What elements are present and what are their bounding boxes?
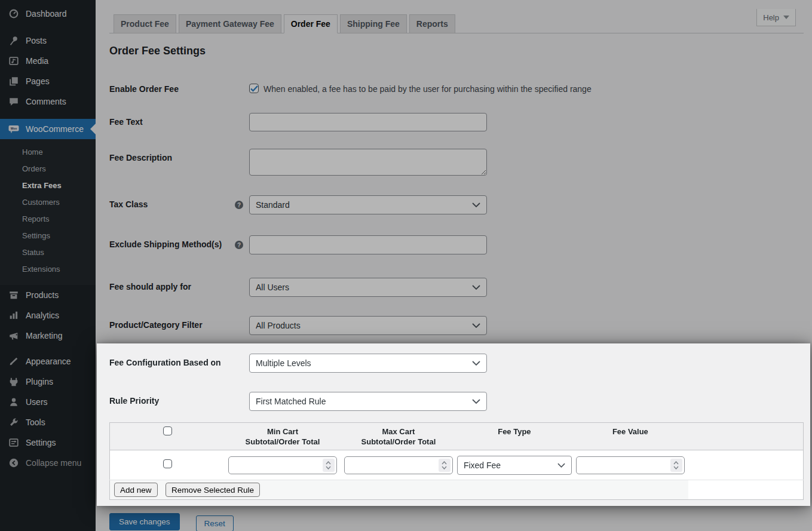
form-row-fee-configuration: Fee Configuration Based on Multiple Leve… (109, 354, 804, 373)
column-header-max: Max Cart Subtotal/Order Total (341, 423, 456, 450)
chevron-up-icon (326, 461, 331, 465)
fee-type-select[interactable]: Fixed Fee (457, 456, 572, 475)
sidebar-item-marketing[interactable]: Marketing (0, 326, 96, 346)
add-new-rule-button[interactable]: Add new (114, 483, 158, 497)
sidebar-item-label: Users (26, 397, 48, 407)
media-icon (8, 55, 20, 67)
sidebar-item-label: Comments (26, 97, 66, 106)
sidebar-item-users[interactable]: Users (0, 392, 96, 412)
field-label: Fee Description (109, 149, 235, 162)
sidebar-item-label: WooCommerce (26, 124, 84, 134)
help-tab[interactable]: Help (756, 9, 796, 26)
tab-reports[interactable]: Reports (409, 14, 455, 33)
enable-order-fee-checkbox[interactable] (249, 84, 259, 93)
number-stepper[interactable] (439, 459, 451, 472)
tax-class-select[interactable]: Standard (249, 195, 487, 214)
menu-separator (0, 346, 96, 351)
sidebar-item-dashboard[interactable]: Dashboard (0, 4, 96, 24)
form-actions: Save changes Reset (109, 513, 804, 531)
tab-product-fee[interactable]: Product Fee (114, 14, 176, 33)
fee-configuration-select[interactable]: Multiple Levels (249, 354, 487, 373)
field-label: Enable Order Fee (109, 80, 235, 94)
column-header-empty (688, 423, 804, 450)
apply-for-select[interactable]: All Users (249, 278, 487, 297)
collapse-icon (8, 457, 20, 469)
save-changes-button[interactable]: Save changes (109, 513, 180, 530)
submenu-item-settings[interactable]: Settings (0, 228, 96, 244)
form-row-product-filter: Product/Category Filter All Products (109, 316, 804, 335)
sidebar-item-settings[interactable]: Settings (0, 432, 96, 453)
sidebar-item-tools[interactable]: Tools (0, 412, 96, 432)
wrench-icon (8, 416, 20, 428)
field-label: Tax Class (109, 195, 235, 209)
checkmark-icon (250, 85, 258, 92)
page-title: Order Fee Settings (109, 45, 804, 57)
submenu-item-orders[interactable]: Orders (0, 161, 96, 177)
fee-rules-table: Min Cart Subtotal/Order Total Max Cart S… (109, 422, 804, 500)
menu-separator (0, 112, 96, 119)
chevron-down-icon (442, 466, 447, 469)
field-label: Fee Configuration Based on (109, 354, 235, 367)
max-cart-subtotal-input[interactable] (344, 456, 453, 474)
bar-chart-icon (8, 309, 20, 321)
admin-sidebar: Dashboard Posts Media Pages Comments Woo… (0, 0, 96, 531)
sidebar-item-woocommerce[interactable]: Woo WooCommerce (0, 119, 96, 139)
sidebar-item-plugins[interactable]: Plugins (0, 372, 96, 392)
submenu-item-home[interactable]: Home (0, 144, 96, 161)
submenu-item-customers[interactable]: Customers (0, 194, 96, 211)
woocommerce-icon: Woo (8, 123, 20, 135)
field-label: Fee Text (109, 113, 235, 127)
submenu-item-extensions[interactable]: Extensions (0, 261, 96, 278)
table-header-row: Min Cart Subtotal/Order Total Max Cart S… (110, 423, 804, 450)
megaphone-icon (8, 330, 20, 342)
enable-order-fee-description: When enabled, a fee has to be paid by th… (263, 80, 592, 94)
submenu-item-status[interactable]: Status (0, 244, 96, 261)
field-label: Product/Category Filter (109, 316, 235, 330)
box-icon (8, 289, 20, 301)
tab-payment-gateway-fee[interactable]: Payment Gateway Fee (179, 14, 281, 33)
rule-priority-select[interactable]: First Matched Rule (249, 392, 487, 411)
sidebar-item-appearance[interactable]: Appearance (0, 351, 96, 372)
help-icon[interactable]: ? (235, 201, 243, 209)
sidebar-item-pages[interactable]: Pages (0, 71, 96, 91)
select-all-checkbox[interactable] (163, 426, 172, 435)
sliders-icon (8, 437, 20, 449)
sidebar-item-label: Products (26, 290, 59, 300)
number-stepper[interactable] (323, 459, 335, 472)
pages-icon (8, 75, 20, 87)
sidebar-item-collapse-menu[interactable]: Collapse menu (0, 453, 96, 473)
sidebar-item-label: Pages (26, 76, 50, 86)
sidebar-item-media[interactable]: Media (0, 51, 96, 71)
collapse-menu-label: Collapse menu (26, 458, 81, 468)
sidebar-item-posts[interactable]: Posts (0, 30, 96, 51)
sidebar-item-label: Analytics (26, 311, 59, 320)
sidebar-item-label: Dashboard (26, 9, 67, 19)
sidebar-item-analytics[interactable]: Analytics (0, 305, 96, 326)
field-label: Exclude Shipping Method(s) (109, 235, 235, 249)
sidebar-item-comments[interactable]: Comments (0, 91, 96, 112)
rule-row: Fixed Fee (110, 450, 804, 480)
sidebar-item-products[interactable]: Products (0, 285, 96, 305)
menu-separator (0, 24, 96, 30)
fee-text-input[interactable] (249, 113, 487, 131)
sidebar-item-label: Plugins (26, 377, 53, 386)
dashboard-icon (8, 8, 20, 20)
min-cart-subtotal-input[interactable] (228, 456, 337, 474)
remove-selected-rule-button[interactable]: Remove Selected Rule (166, 483, 260, 497)
exclude-shipping-input[interactable] (249, 235, 487, 254)
fee-description-textarea[interactable] (249, 149, 487, 176)
brush-icon (8, 355, 20, 367)
reset-button[interactable]: Reset (196, 515, 234, 531)
help-icon[interactable]: ? (235, 241, 243, 249)
tab-shipping-fee[interactable]: Shipping Fee (340, 14, 407, 33)
submenu-item-extra-fees[interactable]: Extra Fees (0, 177, 96, 194)
number-stepper[interactable] (670, 459, 682, 472)
settings-tabs: Product Fee Payment Gateway Fee Order Fe… (109, 14, 804, 33)
product-filter-select[interactable]: All Products (249, 316, 487, 335)
column-header-min: Min Cart Subtotal/Order Total (225, 423, 341, 450)
submenu-item-reports[interactable]: Reports (0, 211, 96, 228)
rule-row-checkbox[interactable] (163, 459, 172, 468)
fee-value-input[interactable] (576, 456, 685, 474)
tab-order-fee[interactable]: Order Fee (284, 14, 338, 33)
user-icon (8, 396, 20, 408)
